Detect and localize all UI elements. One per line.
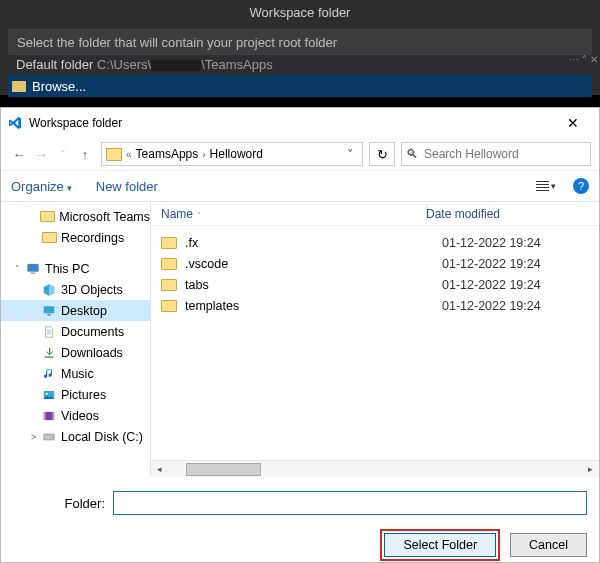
col-date[interactable]: Date modified (426, 207, 566, 221)
dialog-title: Workspace folder (29, 116, 122, 130)
vscode-prompt: Select the folder that will contain your… (8, 29, 592, 55)
folder-dialog: Workspace folder ✕ ← → ˅ ↑ « TeamsApps ›… (0, 107, 600, 563)
h-scrollbar[interactable]: ◂ ▸ (151, 460, 599, 477)
nav-bar: ← → ˅ ↑ « TeamsApps › Helloword ˅ ↻ 🔍︎ S… (1, 138, 599, 170)
organize-menu[interactable]: Organize (11, 179, 72, 194)
sort-asc-icon: ˄ (197, 211, 201, 220)
toolbar: Organize New folder ▾ ? (1, 170, 599, 202)
crumb-0[interactable]: TeamsApps (132, 147, 203, 161)
tree-item-pictures[interactable]: >Pictures (1, 384, 150, 405)
search-icon: 🔍︎ (406, 147, 418, 161)
tree-item-music[interactable]: >Music (1, 363, 150, 384)
folder-icon (161, 279, 177, 291)
tree-item-downloads[interactable]: >Downloads (1, 342, 150, 363)
svg-rect-3 (47, 313, 51, 315)
svg-point-6 (46, 392, 48, 394)
back-button[interactable]: ← (9, 144, 29, 164)
scroll-left[interactable]: ◂ (151, 462, 168, 477)
folder-icon (161, 300, 177, 312)
column-headers: Name˄ Date modified (151, 202, 599, 226)
vscode-default-row[interactable]: Default folder C:\Users\\TeamsApps (8, 55, 592, 75)
search-placeholder: Search Helloword (424, 147, 519, 161)
select-folder-button[interactable]: Select Folder (384, 533, 496, 557)
address-bar[interactable]: « TeamsApps › Helloword ˅ (101, 142, 363, 166)
select-folder-highlight: Select Folder (380, 529, 500, 561)
redacted-username (151, 60, 201, 71)
forward-button[interactable]: → (31, 144, 51, 164)
file-list[interactable]: .fx01-12-2022 19:24.vscode01-12-2022 19:… (151, 226, 599, 460)
dialog-footer: Folder: Select Folder Cancel (1, 477, 599, 563)
col-name[interactable]: Name˄ (161, 207, 426, 221)
tree-item-3d-objects[interactable]: >3D Objects (1, 279, 150, 300)
folder-icon (161, 237, 177, 249)
vscode-icon (7, 115, 23, 131)
tree-item-microsoft-teams[interactable]: >Microsoft Teams (1, 206, 150, 227)
svg-rect-8 (44, 411, 46, 419)
vscode-title: Workspace folder (0, 0, 600, 25)
new-folder-button[interactable]: New folder (96, 179, 158, 194)
default-path-pre: C:\Users\ (97, 57, 151, 72)
dialog-title-bar: Workspace folder ✕ (1, 108, 599, 138)
file-panel: Name˄ Date modified .fx01-12-2022 19:24.… (151, 202, 599, 477)
close-button[interactable]: ✕ (553, 115, 593, 131)
folder-icon (161, 258, 177, 270)
default-path-post: \TeamsApps (201, 57, 273, 72)
file-row[interactable]: .fx01-12-2022 19:24 (161, 232, 599, 253)
scroll-right[interactable]: ▸ (582, 462, 599, 477)
up-button[interactable]: ↑ (75, 144, 95, 164)
svg-rect-0 (28, 264, 39, 271)
vscode-panel-controls: ⋯ ˄ ✕ (569, 55, 598, 65)
search-box[interactable]: 🔍︎ Search Helloword (401, 142, 591, 166)
file-row[interactable]: templates01-12-2022 19:24 (161, 295, 599, 316)
svg-rect-2 (44, 306, 55, 313)
browse-label: Browse... (32, 79, 86, 94)
file-row[interactable]: tabs01-12-2022 19:24 (161, 274, 599, 295)
folder-input[interactable] (113, 491, 587, 515)
address-dropdown[interactable]: ˅ (343, 147, 358, 162)
tree-item-documents[interactable]: >Documents (1, 321, 150, 342)
refresh-button[interactable]: ↻ (369, 142, 395, 166)
svg-rect-4 (44, 356, 53, 357)
folder-icon (106, 148, 122, 161)
svg-point-11 (52, 436, 53, 437)
cancel-button[interactable]: Cancel (510, 533, 587, 557)
folder-icon (12, 81, 26, 92)
tree-item-videos[interactable]: >Videos (1, 405, 150, 426)
nav-tree[interactable]: >Microsoft Teams>Recordings˅This PC>3D O… (1, 202, 151, 477)
vscode-browse-row[interactable]: Browse... (8, 75, 592, 97)
tree-item-recordings[interactable]: >Recordings (1, 227, 150, 248)
tree-item-desktop[interactable]: >Desktop (1, 300, 150, 321)
svg-rect-1 (31, 272, 36, 273)
svg-rect-9 (53, 411, 55, 419)
vscode-picker: Workspace folder Select the folder that … (0, 0, 600, 95)
tree-item-local-disk-c-[interactable]: >Local Disk (C:) (1, 426, 150, 447)
folder-label: Folder: (13, 496, 113, 511)
tree-item-this-pc[interactable]: ˅This PC (1, 258, 150, 279)
crumb-1[interactable]: Helloword (206, 147, 267, 161)
help-button[interactable]: ? (573, 178, 589, 194)
scroll-thumb[interactable] (186, 463, 261, 476)
recent-dropdown[interactable]: ˅ (53, 144, 73, 164)
view-mode-button[interactable]: ▾ (535, 177, 557, 195)
file-row[interactable]: .vscode01-12-2022 19:24 (161, 253, 599, 274)
default-folder-label: Default folder (16, 57, 93, 72)
body-area: >Microsoft Teams>Recordings˅This PC>3D O… (1, 202, 599, 477)
